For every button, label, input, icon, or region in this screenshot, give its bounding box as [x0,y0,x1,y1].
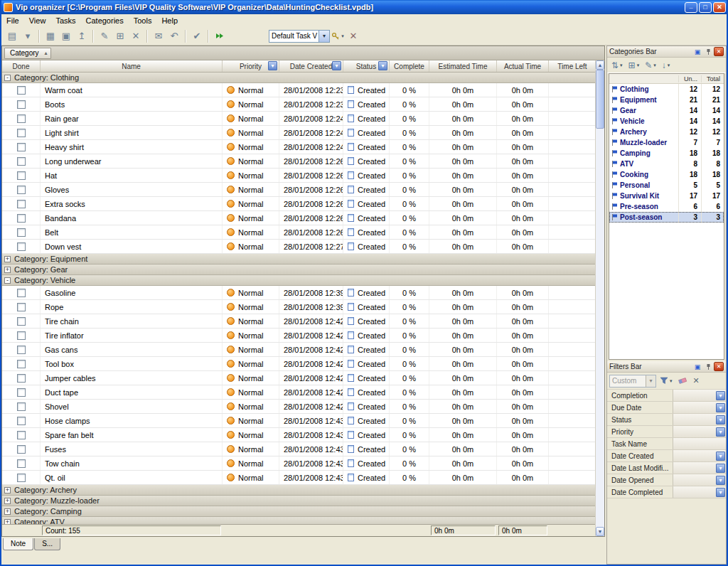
filter-value-field[interactable]: ▾ [673,390,726,401]
group-row[interactable]: -Category: Vehicle [2,275,596,286]
filter-value-field[interactable] [673,438,726,449]
done-checkbox[interactable] [17,100,26,109]
task-row[interactable]: GasolineNormal28/01/2008 12:39Created0 %… [2,286,596,300]
remove-template-button[interactable]: ✕ [346,29,361,43]
done-checkbox[interactable] [17,388,26,397]
task-row[interactable]: Light shirtNormal28/01/2008 12:24Created… [2,126,596,140]
column-header-done[interactable]: Done [2,60,41,72]
filter-dropdown-icon[interactable]: ▾ [716,403,725,412]
done-checkbox[interactable] [17,143,26,151]
column-header-date-created[interactable]: Date Created▾ [279,60,343,72]
column-header-actual-time[interactable]: Actual Time [497,60,549,72]
edit-task-button[interactable]: ✎ [97,29,112,43]
filter-dropdown-icon[interactable]: ▾ [716,452,725,461]
apply-filter-button[interactable]: ▾ [658,375,675,388]
mail-button[interactable]: ✉ [151,29,166,43]
column-filter-dropdown-icon[interactable]: ▾ [332,61,341,70]
scrollbar-thumb[interactable] [596,70,604,129]
done-checkbox[interactable] [17,417,26,425]
maximize-button[interactable] [699,2,712,13]
collapse-icon[interactable]: - [4,277,11,284]
delete-task-button[interactable]: ✕ [128,29,144,43]
filter-value-field[interactable]: ▾ [673,426,726,437]
task-row[interactable]: BeltNormal28/01/2008 12:26Created0 %0h 0… [2,225,596,240]
filter-value-field[interactable]: ▾ [673,450,726,461]
filter-dropdown-icon[interactable]: ▾ [716,415,725,424]
done-checkbox[interactable] [17,157,26,166]
done-checkbox[interactable] [17,129,26,137]
sort-categories-button[interactable]: ↓▾ [660,59,673,72]
apply-template-button[interactable]: ▾ [330,29,346,43]
menu-item-tasks[interactable]: Tasks [50,15,80,26]
filter-value-field[interactable]: ▾ [673,414,726,425]
column-header-name[interactable]: Name [41,60,223,72]
combo-dropdown-icon[interactable]: ▾ [318,31,329,42]
done-checkbox[interactable] [17,331,26,340]
category-item-survival-kit[interactable]: Survival Kit1717 [609,191,724,201]
title-bar[interactable]: Vip organizer [C:\Program Files\VIP Qual… [0,0,728,14]
pin-icon[interactable] [703,47,713,56]
task-row[interactable]: Jumper cablesNormal28/01/2008 12:42Creat… [2,371,596,385]
category-item-vehicle[interactable]: Vehicle1414 [609,116,724,127]
column-header-time-left[interactable]: Time Left [549,60,596,72]
task-row[interactable]: FusesNormal28/01/2008 12:43Created0 %0h … [2,442,596,456]
done-checkbox[interactable] [17,402,26,411]
task-row[interactable]: Spare fan beltNormal28/01/2008 12:43Crea… [2,428,596,442]
category-item-personal[interactable]: Personal55 [609,180,724,191]
add-task-button[interactable]: ▤ [4,29,20,43]
category-item-archery[interactable]: Archery1212 [609,127,724,137]
task-row[interactable]: RopeNormal28/01/2008 12:39Created0 %0h 0… [2,300,596,314]
scroll-down-button[interactable]: ▼ [596,527,604,536]
category-item-atv[interactable]: ATV88 [609,159,724,169]
complete-task-button[interactable]: ✔ [189,29,205,43]
done-checkbox[interactable] [17,346,26,354]
group-row[interactable]: +Category: Camping [2,506,596,517]
group-row[interactable]: +Category: Archery [2,485,596,496]
print-button[interactable]: ▦ [43,29,58,43]
done-checkbox[interactable] [17,374,26,383]
done-checkbox[interactable] [17,289,26,297]
task-row[interactable]: BandanaNormal28/01/2008 12:26Created0 %0… [2,211,596,225]
pin-icon[interactable] [703,362,713,371]
done-checkbox[interactable] [17,114,26,123]
done-checkbox[interactable] [17,360,26,368]
group-row[interactable]: -Category: Clothing [2,73,596,83]
menu-item-file[interactable]: File [1,15,24,26]
task-row[interactable]: Heavy shirtNormal28/01/2008 12:24Created… [2,140,596,154]
menu-item-help[interactable]: Help [156,15,183,26]
done-checkbox[interactable] [17,200,26,208]
save-button[interactable]: ▣ [58,29,74,43]
task-row[interactable]: Duct tapeNormal28/01/2008 12:42Created0 … [2,385,596,400]
task-row[interactable]: Long underwearNormal28/01/2008 12:26Crea… [2,154,596,169]
category-item-muzzle-loader[interactable]: Muzzle-loader77 [609,137,724,148]
done-checkbox[interactable] [17,431,26,439]
filter-dropdown-icon[interactable]: ▾ [716,464,725,473]
column-header-priority[interactable]: Priority▾ [223,60,279,72]
done-checkbox[interactable] [17,186,26,194]
close-button[interactable] [713,2,726,13]
task-row[interactable]: HatNormal28/01/2008 12:26Created0 %0h 0m… [2,169,596,183]
menu-item-tools[interactable]: Tools [129,15,157,26]
filter-value-field[interactable]: ▾ [673,462,726,474]
total-column-header[interactable]: Total [701,75,724,82]
column-filter-dropdown-icon[interactable]: ▾ [378,61,387,70]
task-row[interactable]: ShovelNormal28/01/2008 12:42Created0 %0h… [2,400,596,414]
filter-dropdown-icon[interactable]: ▾ [716,427,725,437]
expand-icon[interactable]: + [4,487,11,493]
group-by-category-button[interactable]: Category [4,48,51,59]
column-header-status[interactable]: Status▾ [343,60,390,72]
filter-dropdown-icon[interactable]: ▾ [716,488,725,497]
tab-note[interactable]: Note [3,538,33,550]
category-item-gear[interactable]: Gear1414 [609,105,724,116]
category-item-clothing[interactable]: Clothing1212 [609,84,724,95]
filter-value-field[interactable]: ▾ [673,486,726,498]
category-item-post-season[interactable]: Post-season33 [609,212,724,223]
detach-panel-icon[interactable] [692,47,702,56]
task-row[interactable]: Tool boxNormal28/01/2008 12:42Created0 %… [2,357,596,371]
clear-filter-button[interactable] [676,375,690,388]
category-item-pre-season[interactable]: Pre-season66 [609,201,724,212]
done-checkbox[interactable] [17,228,26,237]
filter-preset-combo[interactable]: Custom ▾ [609,375,656,388]
expand-icon[interactable]: + [4,508,11,515]
task-row[interactable]: Tire chainNormal28/01/2008 12:42Created0… [2,314,596,329]
